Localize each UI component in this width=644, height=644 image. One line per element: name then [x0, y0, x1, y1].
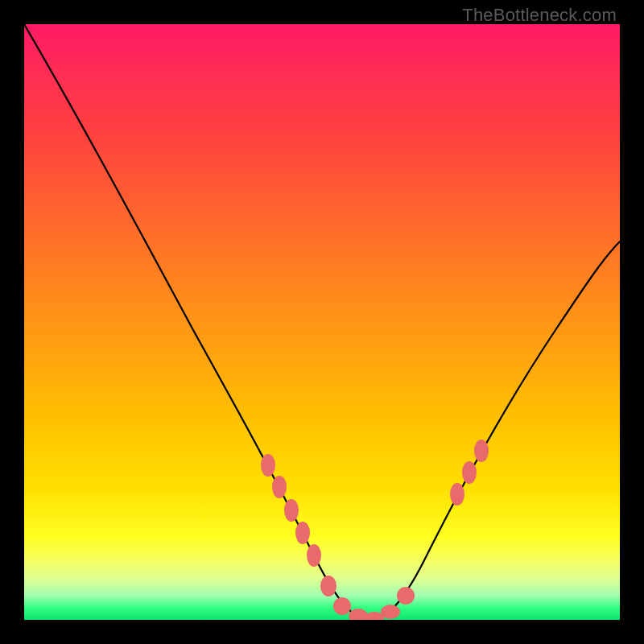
marker-dot	[272, 476, 287, 498]
plot-area	[24, 24, 620, 620]
chart-frame: TheBottleneck.com	[0, 0, 644, 644]
marker-dot	[307, 544, 321, 567]
watermark-text: TheBottleneck.com	[462, 5, 617, 26]
marker-dot	[474, 440, 489, 462]
marker-dot	[261, 454, 275, 477]
marker-dot	[284, 499, 299, 522]
marker-group	[261, 440, 489, 620]
marker-dot	[462, 461, 477, 484]
curve-layer	[24, 24, 620, 620]
marker-dot	[450, 483, 464, 506]
marker-dot	[397, 587, 415, 605]
bottleneck-curve	[24, 24, 620, 620]
marker-dot	[333, 597, 351, 615]
marker-dot	[295, 522, 310, 544]
marker-dot	[381, 605, 400, 619]
marker-dot	[320, 576, 336, 597]
